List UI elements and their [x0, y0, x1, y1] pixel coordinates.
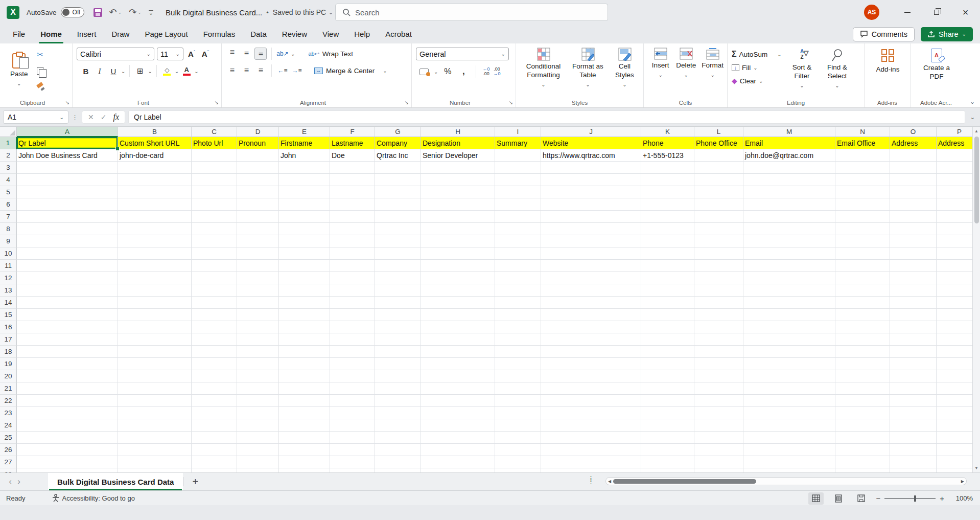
cell-B20[interactable]: [118, 370, 192, 382]
column-header-A[interactable]: A: [17, 127, 118, 137]
cell-styles-button[interactable]: Cell Styles ⌄: [611, 48, 639, 88]
align-bottom-button[interactable]: ≡: [254, 48, 267, 60]
cell-D11[interactable]: [237, 260, 279, 272]
cell-B23[interactable]: [118, 407, 192, 419]
cell-L16[interactable]: [694, 321, 743, 333]
increase-indent-button[interactable]: →≡: [291, 64, 303, 77]
cell-N19[interactable]: [835, 358, 890, 370]
cell-D7[interactable]: [237, 211, 279, 223]
cell-H21[interactable]: [421, 382, 495, 395]
cell-B21[interactable]: [118, 382, 192, 395]
cell-F16[interactable]: [330, 321, 375, 333]
row-header-7[interactable]: 7: [0, 211, 17, 223]
cell-J11[interactable]: [541, 260, 641, 272]
cell-E1[interactable]: Firstname: [279, 137, 330, 149]
cell-L13[interactable]: [694, 284, 743, 297]
cell-G25[interactable]: [375, 432, 421, 444]
cell-A11[interactable]: [17, 260, 118, 272]
cell-E27[interactable]: [279, 456, 330, 468]
scroll-right-icon[interactable]: ▶: [961, 479, 964, 484]
cell-K12[interactable]: [641, 272, 694, 284]
cell-D21[interactable]: [237, 382, 279, 395]
horizontal-scrollbar[interactable]: ◀ ▶: [605, 477, 967, 485]
cell-A20[interactable]: [17, 370, 118, 382]
cell-F15[interactable]: [330, 309, 375, 321]
cell-I27[interactable]: [495, 456, 541, 468]
cell-L12[interactable]: [694, 272, 743, 284]
cell-B9[interactable]: [118, 235, 192, 247]
cell-A13[interactable]: [17, 284, 118, 297]
cell-O19[interactable]: [890, 358, 937, 370]
cell-C14[interactable]: [192, 297, 237, 309]
decrease-decimal-button[interactable]: .00→0: [493, 67, 500, 77]
cell-N16[interactable]: [835, 321, 890, 333]
cell-C9[interactable]: [192, 235, 237, 247]
cell-K28[interactable]: [641, 468, 694, 472]
row-header-15[interactable]: 15: [0, 309, 17, 321]
cell-O12[interactable]: [890, 272, 937, 284]
zoom-out-icon[interactable]: −: [876, 494, 880, 503]
autosave-control[interactable]: AutoSave Off: [27, 7, 84, 17]
cell-L14[interactable]: [694, 297, 743, 309]
cell-C22[interactable]: [192, 395, 237, 407]
cell-I22[interactable]: [495, 395, 541, 407]
cell-B26[interactable]: [118, 444, 192, 456]
cell-J23[interactable]: [541, 407, 641, 419]
cell-N2[interactable]: [835, 149, 890, 162]
cell-L26[interactable]: [694, 444, 743, 456]
cell-L19[interactable]: [694, 358, 743, 370]
cell-B15[interactable]: [118, 309, 192, 321]
cell-B13[interactable]: [118, 284, 192, 297]
cell-J15[interactable]: [541, 309, 641, 321]
cell-K8[interactable]: [641, 223, 694, 235]
cell-L15[interactable]: [694, 309, 743, 321]
cell-A19[interactable]: [17, 358, 118, 370]
cell-G20[interactable]: [375, 370, 421, 382]
cell-K16[interactable]: [641, 321, 694, 333]
cell-K7[interactable]: [641, 211, 694, 223]
cell-F19[interactable]: [330, 358, 375, 370]
cell-M25[interactable]: [743, 432, 835, 444]
cut-button[interactable]: ✂: [34, 49, 46, 61]
cell-D9[interactable]: [237, 235, 279, 247]
cell-L28[interactable]: [694, 468, 743, 472]
cell-A21[interactable]: [17, 382, 118, 395]
cell-M12[interactable]: [743, 272, 835, 284]
cell-D4[interactable]: [237, 174, 279, 186]
cell-M1[interactable]: Email: [743, 137, 835, 149]
cell-G7[interactable]: [375, 211, 421, 223]
cell-D13[interactable]: [237, 284, 279, 297]
cell-F2[interactable]: Doe: [330, 149, 375, 162]
cell-B25[interactable]: [118, 432, 192, 444]
cell-N13[interactable]: [835, 284, 890, 297]
cell-N1[interactable]: Email Office: [835, 137, 890, 149]
cell-M6[interactable]: [743, 198, 835, 211]
cell-M17[interactable]: [743, 333, 835, 346]
cell-B5[interactable]: [118, 186, 192, 198]
cell-H27[interactable]: [421, 456, 495, 468]
cell-L27[interactable]: [694, 456, 743, 468]
cell-L10[interactable]: [694, 247, 743, 260]
cell-D18[interactable]: [237, 346, 279, 358]
row-header-16[interactable]: 16: [0, 321, 17, 333]
cell-A5[interactable]: [17, 186, 118, 198]
customize-qat-chevron-icon[interactable]: ⌄: [149, 10, 153, 15]
orientation-button[interactable]: ab↗: [276, 48, 289, 60]
cell-O18[interactable]: [890, 346, 937, 358]
cell-C5[interactable]: [192, 186, 237, 198]
cell-I12[interactable]: [495, 272, 541, 284]
cell-F9[interactable]: [330, 235, 375, 247]
cell-D14[interactable]: [237, 297, 279, 309]
cell-A28[interactable]: [17, 468, 118, 472]
restore-button[interactable]: [922, 0, 951, 25]
cell-B10[interactable]: [118, 247, 192, 260]
row-header-12[interactable]: 12: [0, 272, 17, 284]
cell-N23[interactable]: [835, 407, 890, 419]
cell-F25[interactable]: [330, 432, 375, 444]
cell-A23[interactable]: [17, 407, 118, 419]
cell-L2[interactable]: [694, 149, 743, 162]
sheet-nav-right-icon[interactable]: ›: [11, 473, 27, 490]
cell-B3[interactable]: [118, 162, 192, 174]
cell-N25[interactable]: [835, 432, 890, 444]
cell-I3[interactable]: [495, 162, 541, 174]
